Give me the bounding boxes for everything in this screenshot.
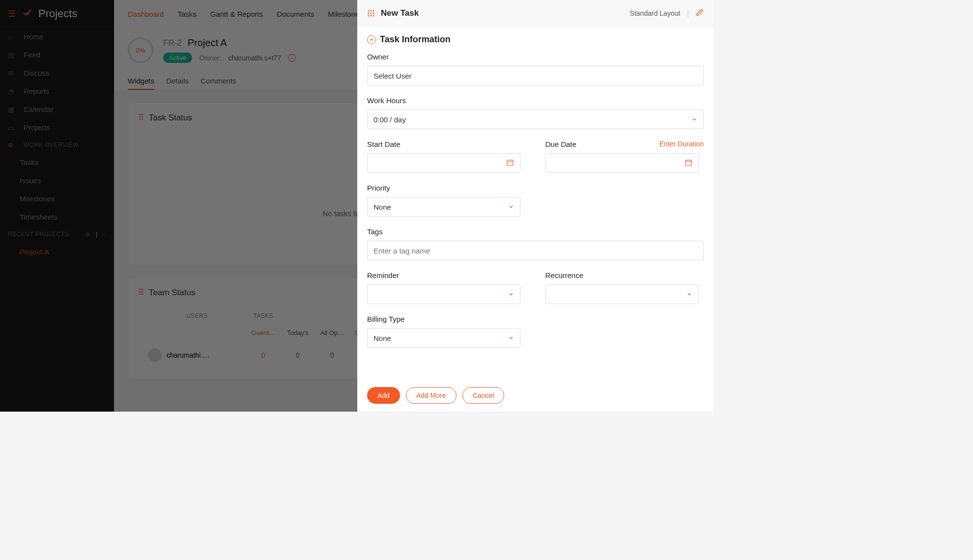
grid-icon[interactable]	[367, 9, 375, 17]
billing-select[interactable]: None	[367, 328, 520, 348]
workhours-select[interactable]: 0:00 / day	[367, 110, 704, 129]
tags-input[interactable]	[367, 241, 704, 260]
priority-label: Priority	[367, 184, 704, 192]
svg-point-9	[371, 15, 372, 16]
owner-label: Owner	[367, 53, 704, 61]
workhours-label: Work Hours	[367, 96, 704, 105]
chevron-down-icon	[687, 290, 692, 299]
collapse-up-icon	[367, 35, 376, 44]
add-more-button[interactable]: Add More	[406, 387, 457, 404]
panel-footer: Add Add More Cancel	[357, 379, 714, 412]
layout-label[interactable]: Standard Layout	[630, 9, 681, 17]
reminder-label: Reminder	[367, 271, 526, 280]
tags-text-input[interactable]	[373, 247, 697, 255]
panel-body: Task Information Owner Select User Work …	[357, 27, 714, 412]
pencil-icon[interactable]	[696, 8, 704, 18]
section-header[interactable]: Task Information	[367, 34, 704, 45]
cancel-button[interactable]: Cancel	[462, 387, 505, 404]
calendar-icon	[506, 159, 514, 168]
reminder-select[interactable]	[367, 284, 520, 304]
chevron-down-icon	[508, 290, 514, 299]
svg-point-4	[373, 10, 374, 11]
calendar-icon	[685, 159, 692, 168]
svg-point-8	[368, 15, 370, 16]
recurrence-label: Recurrence	[545, 271, 704, 280]
svg-point-3	[371, 10, 372, 11]
svg-point-10	[373, 15, 374, 16]
add-button[interactable]: Add	[367, 387, 400, 404]
chevron-down-icon	[508, 334, 514, 342]
enter-duration-link[interactable]: Enter Duration	[659, 140, 704, 148]
tags-label: Tags	[367, 227, 704, 236]
startdate-label: Start Date	[367, 140, 526, 148]
duedate-input[interactable]	[545, 153, 699, 173]
recurrence-select[interactable]	[545, 284, 699, 304]
chevron-down-icon	[508, 203, 514, 211]
svg-point-7	[373, 12, 374, 14]
panel-title: New Task	[381, 8, 419, 18]
panel-header: New Task Standard Layout |	[357, 0, 714, 27]
svg-rect-11	[507, 160, 513, 166]
chevron-down-icon	[691, 115, 697, 124]
svg-point-5	[368, 12, 370, 14]
priority-select[interactable]: None	[367, 197, 520, 217]
svg-point-6	[371, 12, 372, 14]
section-title: Task Information	[380, 34, 451, 45]
duedate-label: Due DateEnter Duration	[545, 140, 704, 148]
new-task-panel: New Task Standard Layout | Task Informat…	[357, 0, 714, 412]
svg-rect-12	[686, 160, 691, 166]
owner-select[interactable]: Select User	[367, 66, 704, 85]
startdate-input[interactable]	[367, 153, 520, 173]
billing-label: Billing Type	[367, 315, 704, 323]
svg-point-2	[368, 10, 370, 11]
